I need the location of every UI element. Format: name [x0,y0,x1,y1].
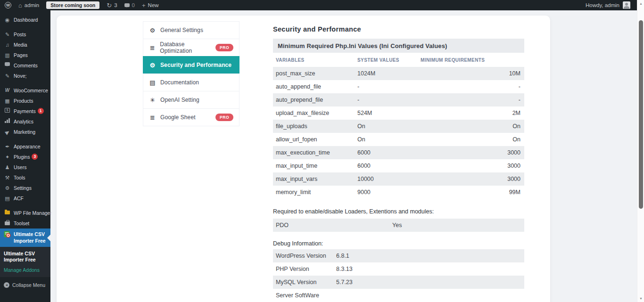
tab-openai-setting[interactable]: ✳OpenAI Setting [143,91,239,109]
comments-icon [4,62,11,66]
cell-variable: upload_max_filesize [276,110,357,116]
pin-icon: ✎ [4,73,11,79]
cell-minimum-requirement: - [421,97,520,103]
update-count: 3 [114,2,117,8]
tab-label: Database Optimization [160,41,215,54]
sidebar-item-posts[interactable]: ✎Posts [0,29,50,40]
sidebar-item-ultimate-csv-importer-free[interactable]: Ultimate CSV Importer Free [0,229,50,247]
tab-security-and-performance[interactable]: ⚙Security and Performance [143,56,239,74]
toolset-icon [4,220,11,225]
sidebar-separator [0,204,50,208]
tab-label: General Settings [160,27,203,33]
sidebar-item-label: Payments [14,108,36,114]
cell-variable: memory_limit [276,189,357,196]
sidebar-item-comments[interactable]: Comments [0,60,50,71]
cell-system-value: 10000 [357,176,421,182]
browser-scrollbar[interactable]: ▲ ▼ [637,0,644,302]
sidebar-item-label: Settings [14,185,32,191]
count-badge: 3 [32,154,38,160]
debug-table: WordPress Version6.8.1PHP Version8.3.13M… [273,249,524,302]
table-title: Minimum Required Php.Ini Values (Ini Con… [273,39,524,53]
payments-icon: $ [4,108,11,113]
pages-icon: ▥ [4,52,11,58]
plus-icon: + [142,2,146,8]
folder-icon [4,210,11,214]
sidebar-item-label: Comments [14,62,38,69]
sidebar-item-woocommerce[interactable]: WWooCommerce [0,85,50,96]
tab-google-sheet[interactable]: ≣Google SheetPRO [143,108,239,126]
my-account-link[interactable]: Howdy, admin [586,1,630,9]
wordpress-menu[interactable]: W [5,2,11,8]
new-content-link[interactable]: + New [142,2,159,8]
submenu-item-ultimate-csv-importer-free[interactable]: Ultimate CSV Importer Free [4,251,48,263]
table-row: max_input_vars100003000 [273,172,524,186]
cell-debug-name: Server SoftWare [276,292,336,299]
sidebar-item-label: Appearance [14,143,41,150]
database-icon: ≣ [149,44,156,51]
sidebar-item-toolset[interactable]: Toolset [0,218,50,229]
sidebar-item-label: WP File Manager [14,210,52,216]
analytics-icon [4,118,11,123]
avatar [623,1,630,9]
cell-system-value: 524M [357,110,421,116]
sidebar-item-wp-file-manager[interactable]: WP File Manager [0,208,50,218]
gear-icon: ⚙ [149,27,156,34]
cell-variable: file_uploads [276,123,357,130]
site-link[interactable]: ⌂ admin [18,2,39,8]
sidebar-item-plugins[interactable]: ✦Plugins3 [0,152,50,162]
cell-variable: max_input_time [276,163,357,169]
sidebar-item-appearance[interactable]: ✒Appearance [0,141,50,152]
admin-content-area: ⚙General Settings≣Database OptimizationP… [50,10,637,302]
scrollbar-up-arrow-icon[interactable]: ▲ [637,0,644,7]
tab-database-optimization[interactable]: ≣Database OptimizationPRO [143,39,239,57]
updates-link[interactable]: ↻ 3 [107,2,117,8]
cell-system-value: 9000 [357,189,421,196]
collapse-menu-button[interactable]: ◄ Collapse Menu [0,282,50,288]
sidebar-item-label: Pages [14,52,28,58]
settings-icon: ⚙ [4,185,11,191]
page-title: Security and Performance [273,25,524,34]
sidebar-item-media[interactable]: ♫Media [0,40,50,50]
scrollbar-down-arrow-icon[interactable]: ▼ [637,295,644,302]
column-header: MINIMUM REQUIREMENTS [421,57,520,63]
cell-system-value: - [357,97,421,103]
sidebar-separator [0,137,50,141]
cell-debug-value: 6.8.1 [336,253,520,259]
sidebar-item-marketing[interactable]: ▶Marketing [0,127,50,137]
sidebar-item-analytics[interactable]: Analytics [0,116,50,127]
sidebar-item-label: Marketing [14,129,35,135]
sidebar-item-payments[interactable]: $Payments1 [0,106,50,116]
submenu-item-manage-addons[interactable]: Manage Addons [4,267,48,273]
sidebar-item-label: Dashboard [14,16,38,23]
plugins-icon: ✦ [4,154,11,160]
sidebar-item-acf[interactable]: ▤ACF [0,193,50,204]
table-row: post_max_size1024M10M [273,67,524,80]
sidebar-item-products[interactable]: ▦Products [0,96,50,106]
sidebar-item-tools[interactable]: ⚒Tools [0,172,50,183]
comments-link[interactable]: 0 [124,2,135,8]
sidebar-item-users[interactable]: ♟Users [0,162,50,172]
table-column-header-row: VARIABLESSYSTEM VALUESMINIMUM REQUIREMEN… [273,53,524,67]
tab-label: Security and Performance [160,62,231,68]
scrollbar-thumb[interactable] [639,20,643,209]
cell-extension-name: PDO [276,222,392,229]
cell-minimum-requirement: 3000 [421,163,520,169]
users-icon: ♟ [4,164,11,171]
comment-bubble-icon [124,3,130,7]
sidebar-item-pages[interactable]: ▥Pages [0,50,50,60]
coming-soon-badge: Store coming soon [46,1,99,9]
sidebar-item-nove[interactable]: ✎Nove; [0,71,50,81]
tab-documentation[interactable]: ▤Documentation [143,73,239,91]
update-icon: ↻ [107,2,112,8]
loaders-table: PDOYes [273,219,524,232]
tab-general-settings[interactable]: ⚙General Settings [143,21,239,39]
cell-extension-status: Yes [392,222,520,229]
cell-system-value: - [357,83,421,90]
sidebar-item-label: Products [14,98,33,104]
sidebar-item-dashboard[interactable]: ◉Dashboard [0,15,50,25]
sidebar-item-settings[interactable]: ⚙Settings [0,183,50,193]
cell-system-value: 1024M [357,70,421,77]
cell-debug-value: 5.7.23 [336,279,520,286]
appearance-icon: ✒ [4,143,11,150]
coming-soon-link[interactable]: Store coming soon [46,1,99,9]
